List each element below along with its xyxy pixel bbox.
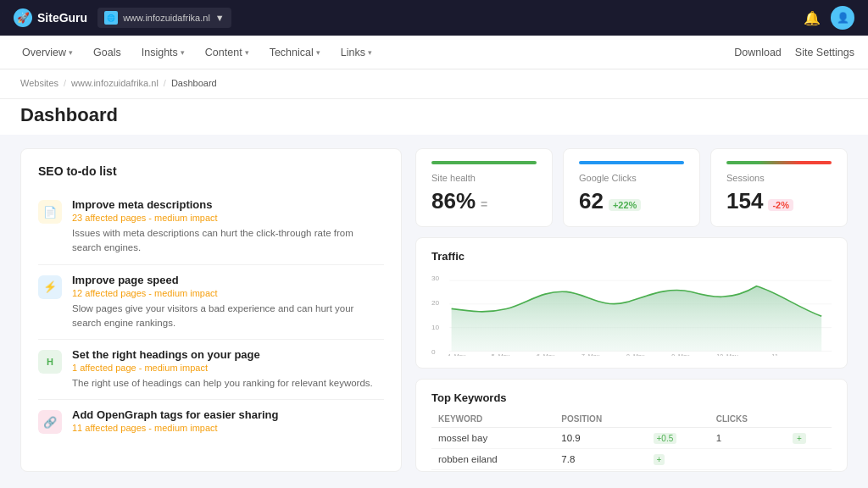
main-content: SEO to-do list 📄 Improve meta descriptio… bbox=[0, 135, 868, 485]
nav-left: Overview ▾ Goals Insights ▾ Content ▾ Te… bbox=[14, 36, 381, 69]
kw-clicks-1: 1 bbox=[709, 428, 786, 449]
svg-text:6. May: 6. May bbox=[537, 354, 555, 356]
keywords-title: Top Keywords bbox=[431, 391, 832, 404]
keywords-card: Top Keywords KEYWORD POSITION CLICKS mos… bbox=[415, 379, 848, 472]
sessions-badge: -2% bbox=[768, 199, 793, 211]
site-health-value: 86% = bbox=[431, 188, 537, 214]
todo-pagespeed-icon: ⚡ bbox=[38, 275, 62, 299]
site-health-number: 86% bbox=[431, 188, 476, 214]
todo-item-meta: 📄 Improve meta descriptions 23 affected … bbox=[38, 190, 384, 265]
download-button[interactable]: Download bbox=[734, 47, 782, 58]
table-row: mossel bay 10.9 +0.5 1 + bbox=[431, 428, 832, 449]
kw-delta-1: +0.5 bbox=[654, 433, 677, 444]
topbar: 🚀 SiteGuru 🌐 www.infozuidafrika.nl ▼ 🔔 👤 bbox=[0, 0, 868, 36]
nav-links-label: Links bbox=[341, 47, 365, 58]
site-selector[interactable]: 🌐 www.infozuidafrika.nl ▼ bbox=[97, 8, 231, 28]
sessions-label: Sessions bbox=[726, 173, 832, 183]
traffic-chart-svg: 0 10 20 30 bbox=[431, 271, 832, 356]
nav-item-goals[interactable]: Goals bbox=[85, 36, 130, 69]
todo-opengraph-impact: 11 affected pages - medium impact bbox=[72, 423, 384, 433]
page-title: Dashboard bbox=[0, 99, 868, 135]
todo-meta-desc: Issues with meta descriptions can hurt t… bbox=[72, 226, 384, 256]
traffic-chart-title: Traffic bbox=[431, 250, 832, 263]
nav-technical-label: Technical bbox=[270, 47, 314, 58]
stat-card-sessions: Sessions 154 -2% bbox=[710, 148, 848, 227]
site-url: www.infozuidafrika.nl bbox=[123, 13, 210, 23]
kw-col-keyword: KEYWORD bbox=[431, 411, 554, 428]
google-clicks-number: 62 bbox=[579, 188, 604, 214]
todo-headings-title: Set the right headings on your page bbox=[72, 348, 384, 361]
todo-meta-title: Improve meta descriptions bbox=[72, 198, 384, 211]
todo-headings-icon: H bbox=[38, 350, 62, 374]
brand-logo[interactable]: 🚀 SiteGuru bbox=[14, 8, 87, 27]
kw-delta-2: + bbox=[654, 454, 665, 465]
keywords-table: KEYWORD POSITION CLICKS mossel bay 10.9 … bbox=[431, 411, 832, 470]
nav-item-content[interactable]: Content ▾ bbox=[197, 36, 258, 69]
traffic-chart-area: 0 10 20 30 bbox=[431, 271, 832, 356]
nav-item-overview[interactable]: Overview ▾ bbox=[14, 36, 81, 69]
svg-text:20: 20 bbox=[431, 299, 440, 307]
site-settings-button[interactable]: Site Settings bbox=[795, 47, 854, 58]
todo-meta-icon: 📄 bbox=[38, 200, 62, 224]
todo-headings-content: Set the right headings on your page 1 af… bbox=[72, 348, 384, 391]
nav-overview-chevron-icon: ▾ bbox=[69, 48, 73, 57]
svg-text:30: 30 bbox=[431, 274, 440, 282]
nav-item-technical[interactable]: Technical ▾ bbox=[261, 36, 329, 69]
kw-clicks-delta-1: + bbox=[793, 433, 806, 444]
kw-col-clicks-delta bbox=[786, 411, 832, 428]
site-selector-chevron: ▼ bbox=[215, 13, 225, 23]
google-clicks-bar bbox=[579, 161, 684, 164]
nav-item-insights[interactable]: Insights ▾ bbox=[133, 36, 193, 69]
kw-keyword-2: robben eiland bbox=[431, 449, 554, 470]
nav-links-chevron-icon: ▾ bbox=[368, 48, 372, 57]
kw-keyword-1: mossel bay bbox=[431, 428, 554, 449]
notification-bell-icon[interactable]: 🔔 bbox=[804, 10, 821, 26]
stats-row: Site health 86% = Google Clicks 62 +22% … bbox=[415, 148, 848, 227]
kw-col-position-delta bbox=[647, 411, 709, 428]
svg-text:4. May: 4. May bbox=[448, 354, 466, 356]
todo-opengraph-icon: 🔗 bbox=[38, 410, 62, 434]
breadcrumb-sep1: / bbox=[64, 78, 66, 88]
stat-card-google-clicks: Google Clicks 62 +22% bbox=[563, 148, 700, 227]
site-health-badge: = bbox=[481, 197, 487, 211]
svg-text:0: 0 bbox=[431, 348, 436, 356]
todo-meta-content: Improve meta descriptions 23 affected pa… bbox=[72, 198, 384, 256]
stat-card-site-health: Site health 86% = bbox=[415, 148, 553, 227]
svg-text:5. May: 5. May bbox=[492, 354, 510, 356]
nav-insights-label: Insights bbox=[142, 47, 178, 58]
todo-item-headings: H Set the right headings on your page 1 … bbox=[38, 340, 384, 400]
svg-text:10: 10 bbox=[431, 324, 440, 331]
nav-technical-chevron-icon: ▾ bbox=[316, 48, 320, 57]
google-clicks-value: 62 +22% bbox=[579, 188, 684, 214]
kw-col-position: POSITION bbox=[554, 411, 646, 428]
google-clicks-label: Google Clicks bbox=[579, 173, 684, 183]
kw-position-2: 7.8 bbox=[554, 449, 646, 470]
todo-opengraph-content: Add OpenGraph tags for easier sharing 11… bbox=[72, 408, 384, 436]
todo-meta-impact: 23 affected pages - medium impact bbox=[72, 213, 384, 223]
navbar: Overview ▾ Goals Insights ▾ Content ▾ Te… bbox=[0, 36, 868, 69]
svg-text:11...: 11... bbox=[771, 354, 783, 356]
brand-icon: 🚀 bbox=[14, 8, 32, 27]
user-avatar[interactable]: 👤 bbox=[831, 6, 854, 30]
nav-insights-chevron-icon: ▾ bbox=[181, 48, 185, 57]
kw-clicks-2 bbox=[709, 449, 786, 470]
breadcrumb-sep2: / bbox=[164, 78, 166, 88]
todo-item-pagespeed: ⚡ Improve page speed 12 affected pages -… bbox=[38, 265, 384, 341]
todo-pagespeed-title: Improve page speed bbox=[72, 274, 384, 286]
todo-opengraph-title: Add OpenGraph tags for easier sharing bbox=[72, 408, 384, 421]
sessions-value: 154 -2% bbox=[726, 188, 832, 214]
svg-text:7. May: 7. May bbox=[581, 354, 600, 356]
breadcrumb-websites[interactable]: Websites bbox=[20, 78, 58, 88]
nav-goals-label: Goals bbox=[93, 47, 121, 58]
table-row: robben eiland 7.8 + bbox=[431, 449, 832, 470]
site-health-label: Site health bbox=[431, 173, 537, 183]
nav-overview-label: Overview bbox=[22, 47, 66, 58]
todo-pagespeed-desc: Slow pages give your visitors a bad expe… bbox=[72, 302, 384, 331]
google-clicks-badge: +22% bbox=[609, 199, 641, 211]
nav-item-links[interactable]: Links ▾ bbox=[332, 36, 381, 69]
breadcrumb-current: Dashboard bbox=[171, 78, 217, 88]
nav-content-chevron-icon: ▾ bbox=[245, 48, 249, 57]
brand-name: SiteGuru bbox=[37, 11, 87, 25]
breadcrumb-site[interactable]: www.infozuidafrika.nl bbox=[71, 78, 159, 88]
todo-headings-desc: The right use of headings can help you r… bbox=[72, 376, 384, 391]
